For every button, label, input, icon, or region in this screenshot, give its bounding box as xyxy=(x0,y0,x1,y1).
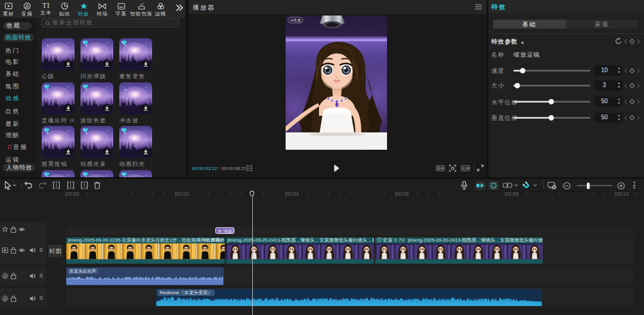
svg-text:即梦AI生成: 即梦AI生成 xyxy=(367,144,385,149)
svg-text:AI生成: AI生成 xyxy=(290,18,301,22)
